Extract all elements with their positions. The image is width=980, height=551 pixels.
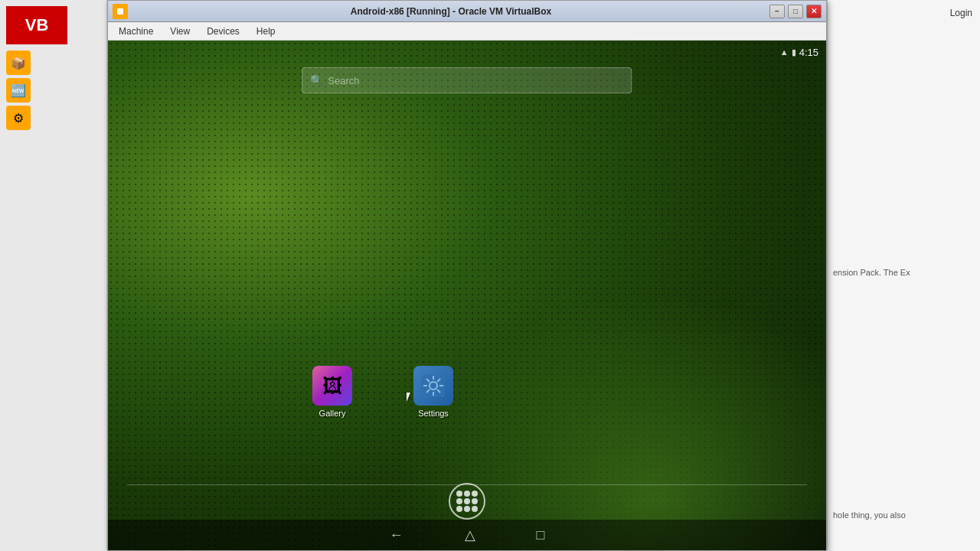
back-button[interactable]: ← — [390, 527, 403, 543]
menu-bar: Machine View Devices Help — [108, 22, 826, 41]
settings-icon-image — [413, 366, 453, 406]
android-wallpaper — [108, 41, 826, 550]
login-text[interactable]: Login — [950, 8, 972, 18]
gallery-app-icon[interactable]: Gallery — [305, 366, 359, 418]
gallery-icon-label: Gallery — [319, 409, 346, 418]
virtualbox-window: Android-x86 [Running] - Oracle VM Virtua… — [107, 0, 827, 551]
android-screen: ▲ ▮ 4:15 🔍 Search Gallery — [108, 41, 826, 550]
extension-text: ension Pack. The Ex — [833, 266, 974, 279]
settings-icon-label: Settings — [418, 409, 449, 418]
search-icon: 🔍 — [310, 74, 323, 86]
website-sidebar: VB 📦 🆕 ⚙ — [0, 0, 107, 551]
sidebar-icon-1: 📦 — [6, 51, 31, 75]
search-placeholder: Search — [328, 75, 359, 86]
battery-icon: ▮ — [792, 47, 796, 57]
signal-icon: ▲ — [780, 47, 789, 57]
android-status-bar: ▲ ▮ 4:15 — [773, 41, 826, 64]
sidebar-icon-2: 🆕 — [6, 78, 31, 103]
android-nav-bar: ← △ □ — [108, 520, 826, 550]
minimize-button[interactable]: − — [769, 5, 785, 18]
app-drawer-button[interactable] — [449, 483, 485, 520]
menu-devices[interactable]: Devices — [199, 24, 247, 38]
window-controls: − □ ✕ — [769, 5, 822, 18]
close-button[interactable]: ✕ — [806, 5, 822, 18]
menu-help[interactable]: Help — [249, 24, 283, 38]
window-title: Android-x86 [Running] - Oracle VM Virtua… — [132, 6, 769, 17]
home-button[interactable]: △ — [465, 527, 475, 543]
bottom-text: hole thing, you also — [833, 509, 974, 522]
sidebar-icon-3: ⚙ — [6, 106, 31, 130]
vbox-logo: VB — [6, 6, 67, 44]
menu-machine[interactable]: Machine — [111, 24, 161, 38]
app-drawer-dots — [456, 491, 478, 512]
status-time: 4:15 — [799, 47, 818, 58]
right-sidebar-text: ension Pack. The Ex hole thing, you also — [827, 260, 980, 527]
android-search-bar[interactable]: 🔍 Search — [302, 67, 632, 93]
title-bar: Android-x86 [Running] - Oracle VM Virtua… — [108, 1, 826, 22]
recent-button[interactable]: □ — [537, 527, 545, 543]
restore-button[interactable]: □ — [788, 5, 803, 18]
vbox-title-icon — [113, 4, 128, 19]
settings-app-icon[interactable]: Settings — [407, 366, 460, 418]
svg-rect-1 — [117, 8, 123, 15]
gallery-icon-image — [312, 366, 352, 406]
menu-view[interactable]: View — [162, 24, 198, 38]
